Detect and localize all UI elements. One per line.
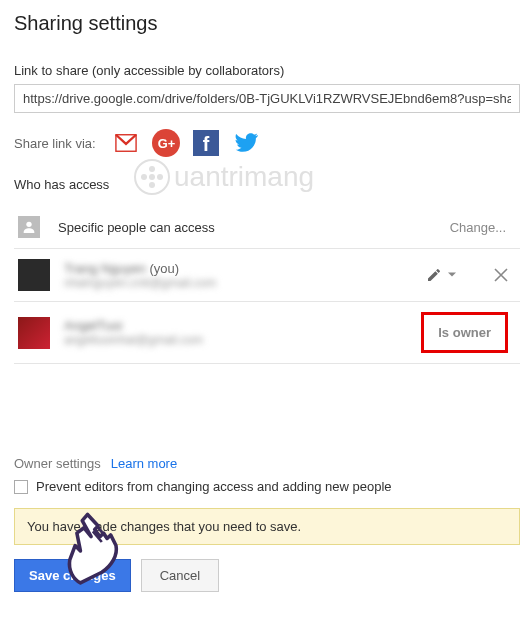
link-share-label: Link to share (only accessible by collab… bbox=[14, 63, 520, 78]
svg-text:G+: G+ bbox=[157, 136, 174, 151]
people-icon bbox=[18, 216, 40, 238]
avatar bbox=[18, 259, 50, 291]
pencil-icon bbox=[426, 267, 442, 283]
person-row: Trang Nguyen (you) nhatnguyen.cntt@gmail… bbox=[14, 248, 520, 301]
save-changes-button[interactable]: Save changes bbox=[14, 559, 131, 592]
dialog-title: Sharing settings bbox=[14, 12, 520, 35]
you-suffix: (you) bbox=[150, 261, 180, 276]
avatar bbox=[18, 317, 50, 349]
share-link-input[interactable] bbox=[14, 84, 520, 113]
change-access-link[interactable]: Change... bbox=[450, 220, 506, 235]
gmail-icon[interactable] bbox=[112, 129, 140, 157]
remove-person-icon[interactable] bbox=[494, 268, 508, 282]
watermark: uantrimang bbox=[134, 159, 314, 195]
owner-badge: Is owner bbox=[421, 312, 508, 353]
role-dropdown[interactable] bbox=[422, 263, 460, 287]
access-summary-text: Specific people can access bbox=[58, 220, 450, 235]
prevent-editors-checkbox[interactable] bbox=[14, 480, 28, 494]
access-summary-row: Specific people can access Change... bbox=[14, 206, 520, 248]
twitter-icon[interactable] bbox=[232, 129, 260, 157]
cancel-button[interactable]: Cancel bbox=[141, 559, 219, 592]
facebook-icon[interactable]: f bbox=[192, 129, 220, 157]
svg-point-5 bbox=[26, 222, 31, 227]
svg-text:f: f bbox=[202, 133, 209, 155]
who-has-access-heading: Who has access uantrimang bbox=[14, 177, 520, 192]
prevent-editors-label: Prevent editors from changing access and… bbox=[36, 479, 392, 494]
caret-down-icon bbox=[448, 271, 456, 279]
owner-settings-label: Owner settings bbox=[14, 456, 101, 471]
person-email: nhatnguyen.cntt@gmail.com bbox=[64, 276, 422, 290]
share-via-label: Share link via: bbox=[14, 136, 96, 151]
learn-more-link[interactable]: Learn more bbox=[111, 456, 177, 471]
unsaved-changes-notice: You have made changes that you need to s… bbox=[14, 508, 520, 545]
google-plus-icon[interactable]: G+ bbox=[152, 129, 180, 157]
person-row: AngelTuoi angeltuoinhat@gmail.com Is own… bbox=[14, 301, 520, 364]
person-name: AngelTuoi bbox=[64, 318, 421, 333]
person-name: Trang Nguyen bbox=[64, 261, 146, 276]
person-email: angeltuoinhat@gmail.com bbox=[64, 333, 421, 347]
